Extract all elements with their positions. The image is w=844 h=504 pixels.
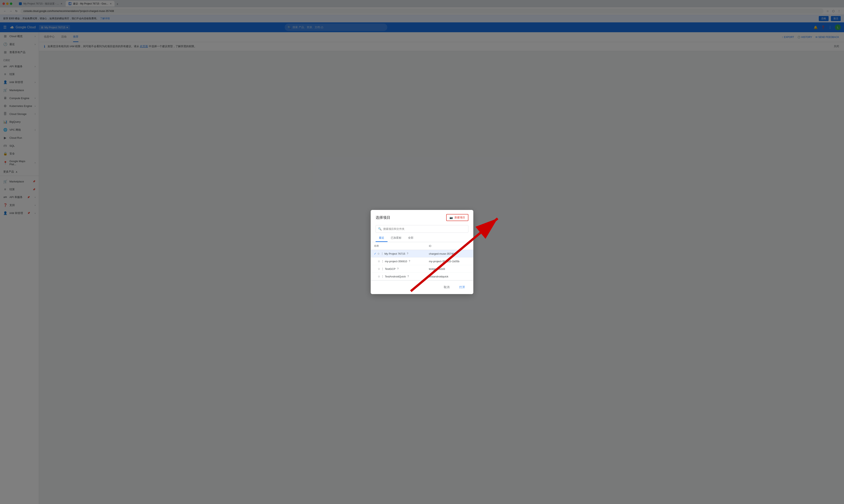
project-id-cell: testandroidquick [426,273,473,280]
table-row[interactable]: ✓☆⋮My Project 76715?charged-muse-357408 [371,250,473,257]
modal-tab-recent[interactable]: 最近 [376,234,388,242]
modal-tab-all[interactable]: 全部 [405,234,417,242]
row-icons: ✓☆⋮My Project 76715? [374,252,422,255]
three-dot-icon[interactable]: ⋮ [381,267,384,270]
help-icon[interactable]: ? [408,275,409,278]
new-project-button[interactable]: 📷 新建项目 [446,214,468,221]
row-icons: ☆⋮my-project-356910? [374,259,422,263]
project-name-cell: ✓☆⋮My Project 76715? [371,250,426,257]
star-icon[interactable]: ☆ [378,267,380,270]
project-name-cell: ☆⋮TestGCP? [371,265,426,273]
new-project-label: 新建项目 [454,216,465,219]
star-icon[interactable]: ☆ [378,259,380,263]
modal-overlay[interactable]: 选择项目 📷 新建项目 🔍 最近 已加星标 全部 名称 ID ✓☆⋮My Pr [0,0,844,504]
project-name-cell: ☆⋮TestAndroidQuick? [371,273,426,280]
modal-search-input[interactable] [376,225,468,233]
table-header-name: 名称 [371,242,426,250]
modal-footer: 取消 打开 [371,280,473,294]
open-button[interactable]: 打开 [456,284,468,291]
table-row[interactable]: ☆⋮TestGCP?testgcp-f82d3 [371,265,473,273]
table-row[interactable]: ☆⋮TestAndroidQuick?testandroidquick [371,273,473,280]
project-id-cell: charged-muse-357408 [426,250,473,257]
help-icon[interactable]: ? [397,267,399,270]
projects-table: 名称 ID ✓☆⋮My Project 76715?charged-muse-3… [371,242,473,280]
row-icons: ☆⋮TestAndroidQuick? [374,275,422,278]
modal-tab-starred[interactable]: 已加星标 [388,234,405,242]
three-dot-icon[interactable]: ⋮ [381,275,384,278]
row-icons: ☆⋮TestGCP? [374,267,422,270]
project-name: TestGCP [385,267,396,270]
table-row[interactable]: ☆⋮my-project-356910?my-project-356910-1b… [371,257,473,265]
help-icon[interactable]: ? [409,260,410,263]
cancel-button[interactable]: 取消 [441,284,453,291]
table-header-id: ID [426,242,473,250]
modal-search-icon: 🔍 [378,227,381,231]
project-name: TestAndroidQuick [385,275,406,278]
modal-title: 选择项目 [376,215,390,220]
modal-header: 选择项目 📷 新建项目 [371,210,473,223]
project-name-cell: ☆⋮my-project-356910? [371,257,426,265]
project-name: my-project-356910 [385,260,407,263]
modal-tabs: 最近 已加星标 全部 [371,233,473,242]
project-id-cell: testgcp-f82d3 [426,265,473,273]
new-project-icon: 📷 [449,216,453,219]
three-dot-icon[interactable]: ⋮ [381,252,383,255]
check-icon: ✓ [374,252,376,255]
project-name: My Project 76715 [384,252,405,255]
three-dot-icon[interactable]: ⋮ [381,259,384,263]
help-icon[interactable]: ? [407,252,408,255]
star-icon[interactable]: ☆ [377,252,380,255]
project-id-cell: my-project-356910-1b05b [426,257,473,265]
project-selector-modal: 选择项目 📷 新建项目 🔍 最近 已加星标 全部 名称 ID ✓☆⋮My Pr [371,210,473,294]
modal-search-wrapper: 🔍 [371,223,473,233]
star-icon[interactable]: ☆ [378,275,380,278]
